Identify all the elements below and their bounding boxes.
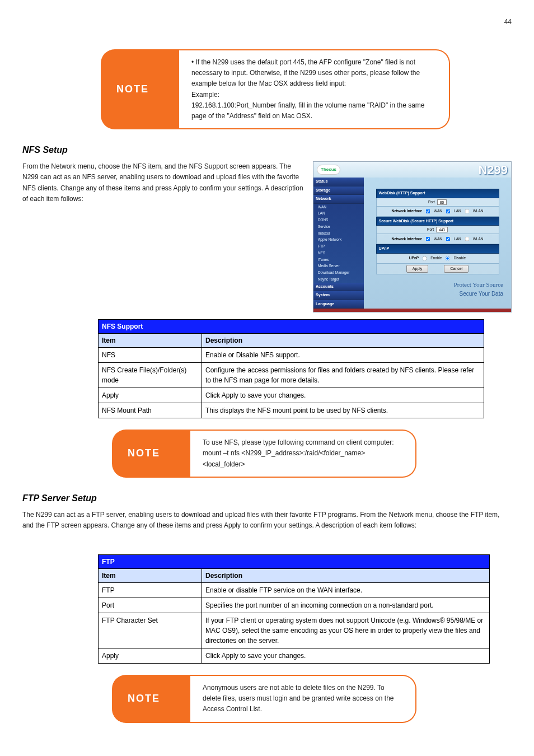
cancel-button[interactable]: Cancel xyxy=(444,265,469,273)
cell-item: NFS Create File(s)/Folder(s) mode xyxy=(99,363,202,388)
disable-label: Disable xyxy=(453,255,466,261)
note-block-1: NOTE • If the N299 uses the default port… xyxy=(101,49,450,129)
table1-title: NFS Support xyxy=(99,320,484,334)
para-ftp: The N299 can act as a FTP server, enabli… xyxy=(22,510,512,531)
table-row: NFS Create File(s)/Folder(s) mode Config… xyxy=(99,363,484,388)
cell-item: NFS Mount Path xyxy=(99,403,202,418)
nav-status[interactable]: Status xyxy=(313,178,364,186)
table-row: FTP Character Set If your FTP client or … xyxy=(99,613,490,648)
table-nfs-support: NFS Support Item Description NFS Enable … xyxy=(98,319,484,418)
shot-bottom-bar xyxy=(313,309,511,312)
cb-lan-1[interactable] xyxy=(446,209,451,213)
cell-desc: Enable or disable FTP service on the WAN… xyxy=(202,583,490,598)
wlan-label-2: WLAN xyxy=(473,236,484,242)
cell-item: FTP xyxy=(99,583,202,598)
note-bubble: Anonymous users are not able to delete f… xyxy=(190,675,416,723)
nav-media[interactable]: Media Server xyxy=(313,263,364,269)
upnp-label: UPnP xyxy=(409,255,419,261)
nav-system[interactable]: System xyxy=(313,291,364,300)
note-badge: NOTE xyxy=(112,430,190,478)
cell-desc: Specifies the port number of an incoming… xyxy=(202,598,490,613)
table2-col1: Item xyxy=(99,569,202,583)
table1-col2: Description xyxy=(202,334,484,348)
lan-label-2: LAN xyxy=(454,236,461,242)
cell-item: Apply xyxy=(99,388,202,403)
cell-desc: Enable or Disable NFS support. xyxy=(202,348,484,363)
radio-disable[interactable] xyxy=(446,256,450,260)
table-row: NFS Enable or Disable NFS support. xyxy=(99,348,484,363)
nav-storage[interactable]: Storage xyxy=(313,186,364,195)
protect-source: Protect Your Source xyxy=(372,280,503,290)
cb-lan-2[interactable] xyxy=(446,237,451,241)
nav-indexer[interactable]: Indexer xyxy=(313,230,364,237)
sidenav: Status Storage Network WAN LAN DDNS Serv… xyxy=(313,178,364,309)
table-ftp: FTP Item Description FTP Enable or disab… xyxy=(98,554,490,664)
note-text: • If the N299 uses the default port 445,… xyxy=(191,57,437,122)
heading-nfs-setup: NFS Setup xyxy=(22,143,512,157)
nav-apple[interactable]: Apple Network xyxy=(313,236,364,243)
cell-desc: Configure the access permissions for fil… xyxy=(202,363,484,388)
heading-ftp-setup: FTP Server Setup xyxy=(22,492,512,505)
enable-label: Enable xyxy=(430,255,442,261)
cb-wan-1[interactable] xyxy=(426,209,430,213)
cell-desc: Click Apply to save your changes. xyxy=(202,648,490,664)
nav-dlmgr[interactable]: Download Manager xyxy=(313,269,364,276)
note-block-2: NOTE To use NFS, please type following c… xyxy=(112,430,416,478)
note-block-3: NOTE Anonymous users are not able to del… xyxy=(112,675,416,723)
note-badge: NOTE xyxy=(101,49,179,129)
table-row: Apply Click Apply to save your changes. xyxy=(99,388,484,403)
nav-language[interactable]: Language xyxy=(313,300,364,309)
wlan-label: WLAN xyxy=(473,208,484,214)
cb-wan-2[interactable] xyxy=(426,237,430,241)
apply-button[interactable]: Apply xyxy=(406,265,429,273)
model-label: N299 xyxy=(478,161,508,179)
table2-title: FTP xyxy=(99,555,490,569)
cell-desc: Click Apply to save your changes. xyxy=(202,388,484,403)
nav-network[interactable]: Network xyxy=(313,195,364,204)
cell-item: Port xyxy=(99,598,202,613)
secure-data: Secure Your Data xyxy=(372,290,503,298)
brand-logo: Thecus xyxy=(317,165,340,175)
cell-item: FTP Character Set xyxy=(99,613,202,648)
radio-enable[interactable] xyxy=(423,256,427,260)
nav-itunes[interactable]: iTunes xyxy=(313,256,364,263)
port-label: Port xyxy=(428,199,435,205)
note-badge: NOTE xyxy=(112,675,190,723)
panel-webdisk: WebDisk (HTTP) Support xyxy=(376,189,499,198)
nav-wan[interactable]: WAN xyxy=(313,204,364,211)
cell-desc: This displays the NFS mount point to be … xyxy=(202,403,484,418)
cell-item: NFS xyxy=(99,348,202,363)
wan-label-2: WAN xyxy=(434,236,442,242)
nav-nfs[interactable]: NFS xyxy=(313,250,364,256)
panel-secure-webdisk: Secure WebDisk (Secure HTTP) Support xyxy=(376,217,499,226)
table-row: Port Specifies the port number of an inc… xyxy=(99,598,490,613)
lan-label: LAN xyxy=(454,208,461,214)
note-bubble: • If the N299 uses the default port 445,… xyxy=(179,49,450,129)
cb-wlan-2[interactable] xyxy=(465,237,469,241)
nav-lan[interactable]: LAN xyxy=(313,210,364,217)
nav-nsync[interactable]: Nsync Target xyxy=(313,276,364,283)
panel-upnp: UPnP xyxy=(376,244,499,254)
para-nfs: From the Network menu, choose the NFS it… xyxy=(22,161,304,204)
cb-wlan-1[interactable] xyxy=(465,209,469,213)
ni-label: Network Interface xyxy=(392,208,423,214)
nav-accounts[interactable]: Accounts xyxy=(313,283,364,292)
ni-label-2: Network Interface xyxy=(392,236,423,242)
page-number: 44 xyxy=(22,17,512,27)
note-bubble: To use NFS, please type following comman… xyxy=(190,430,416,478)
nav-ftp[interactable]: FTP xyxy=(313,243,364,250)
port-input-80[interactable]: 80 xyxy=(437,199,447,205)
cell-desc: If your FTP client or operating system d… xyxy=(202,613,490,648)
nav-service[interactable]: Service xyxy=(313,223,364,230)
screenshot-nfs-support: Thecus N299 Status Storage Network WAN L… xyxy=(313,161,512,312)
wan-label: WAN xyxy=(434,208,442,214)
table-row: FTP Enable or disable FTP service on the… xyxy=(99,583,490,598)
note-text: Anonymous users are not able to delete f… xyxy=(203,683,403,715)
port-label-2: Port xyxy=(427,227,434,232)
table-row: Apply Click Apply to save your changes. xyxy=(99,648,490,664)
table2-col2: Description xyxy=(202,569,490,583)
port-input-443[interactable]: 443 xyxy=(436,227,448,232)
cell-item: Apply xyxy=(99,648,202,664)
table-row: NFS Mount Path This displays the NFS mou… xyxy=(99,403,484,418)
nav-ddns[interactable]: DDNS xyxy=(313,217,364,223)
